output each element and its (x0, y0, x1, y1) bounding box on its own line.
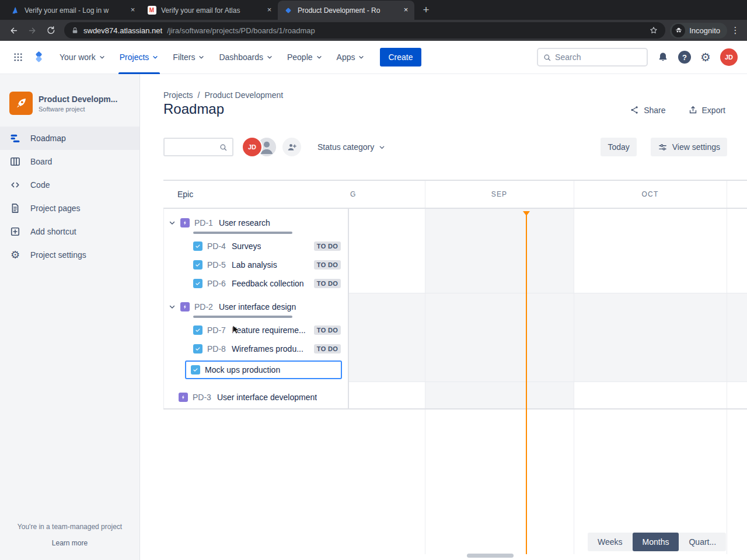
new-tab-button[interactable]: + (418, 2, 434, 18)
chevron-down-icon (152, 54, 159, 61)
roadmap-search[interactable] (163, 138, 233, 156)
issue-row-pd-6[interactable]: PD-6 Feedback collection TO DO (164, 274, 348, 293)
bookmark-star-icon[interactable] (649, 26, 658, 35)
new-issue-input-box[interactable] (185, 360, 342, 379)
breadcrumb-project-link[interactable]: Product Development (204, 90, 283, 100)
epic-row-pd-3[interactable]: PD-3 User interface development (164, 384, 348, 411)
nav-label: Projects (120, 52, 149, 62)
url-domain: swdev874.atlassian.net (83, 26, 162, 35)
today-marker-line (526, 211, 527, 554)
status-category-dropdown[interactable]: Status category (314, 138, 389, 156)
epic-icon (180, 218, 190, 228)
breadcrumb-separator: / (198, 90, 200, 100)
issue-key: PD-3 (193, 393, 211, 402)
add-people-button[interactable] (282, 138, 301, 156)
nav-your-work[interactable]: Your work (53, 41, 113, 74)
roadmap-timeline: Epic G SEP OCT PD-1 User research (163, 180, 747, 554)
sidebar-item-label: Project pages (30, 204, 81, 213)
refresh-icon[interactable] (42, 22, 60, 39)
sidebar-item-project-settings[interactable]: ⚙ Project settings (0, 243, 139, 267)
today-button[interactable]: Today (601, 138, 636, 156)
issue-row-pd-8[interactable]: PD-8 Wireframes produ... TO DO (164, 340, 348, 358)
global-search-input[interactable] (555, 52, 642, 62)
share-button[interactable]: Share (630, 105, 665, 115)
issue-key: PD-2 (194, 302, 213, 312)
timeline-gridline (425, 181, 425, 554)
jira-logo[interactable] (32, 50, 47, 65)
global-search[interactable] (537, 48, 648, 66)
back-icon[interactable] (5, 22, 22, 39)
forward-icon[interactable] (23, 22, 41, 39)
horizontal-scrollbar-thumb[interactable] (467, 554, 514, 558)
mouse-cursor (231, 325, 240, 334)
address-bar[interactable]: swdev874.atlassian.net/jira/software/pro… (64, 22, 665, 38)
sidebar-item-label: Roadmap (30, 134, 66, 143)
issue-row-pd-5[interactable]: PD-5 Lab analysis TO DO (164, 256, 348, 274)
tab-title: Verify your email - Log in w (25, 6, 123, 15)
month-label-aug: G (350, 181, 364, 208)
gmail-favicon-icon: M (147, 6, 156, 15)
sidebar-item-label: Board (30, 157, 52, 166)
issue-summary: User interface development (217, 393, 317, 402)
browser-toolbar: swdev874.atlassian.net/jira/software/pro… (0, 20, 747, 41)
tab-close-icon[interactable]: × (401, 5, 411, 15)
chevron-down-icon (316, 54, 323, 61)
sidebar-item-roadmap[interactable]: Roadmap (0, 127, 139, 150)
sidebar-item-board[interactable]: Board (0, 150, 139, 173)
collapse-chevron-icon[interactable] (167, 302, 177, 312)
sidebar-item-add-shortcut[interactable]: Add shortcut (0, 220, 139, 243)
notifications-bell-icon[interactable] (657, 51, 669, 63)
create-button[interactable]: Create (380, 48, 421, 66)
browser-tab-1[interactable]: Verify your email - Log in w × (5, 1, 141, 20)
tab-close-icon[interactable]: × (264, 5, 274, 15)
nav-projects[interactable]: Projects (113, 41, 166, 74)
today-label: Today (608, 142, 629, 152)
project-type: Software project (39, 106, 117, 113)
user-avatar[interactable]: JD (720, 48, 738, 66)
browser-tab-2[interactable]: M Verify your email for Atlas × (141, 1, 278, 20)
status-badge: TO DO (314, 344, 341, 354)
lock-icon (71, 27, 79, 34)
month-label-oct: OCT (574, 181, 727, 208)
learn-more-link[interactable]: Learn more (0, 539, 139, 547)
share-label: Share (644, 106, 665, 115)
view-settings-button[interactable]: View settings (651, 138, 727, 156)
zoom-weeks-button[interactable]: Weeks (588, 533, 633, 551)
tab-close-icon[interactable]: × (128, 5, 138, 15)
browser-tab-active[interactable]: Product Development - Ro × (278, 1, 414, 20)
sliders-icon (658, 142, 668, 152)
issue-row-pd-7[interactable]: PD-7 Feature requireme... TO DO (164, 321, 348, 340)
help-icon[interactable]: ? (678, 51, 691, 64)
zoom-months-button[interactable]: Months (633, 533, 679, 551)
issue-summary: Feedback collection (232, 279, 304, 288)
epic-row-pd-1[interactable]: PD-1 User research (164, 209, 348, 237)
export-button[interactable]: Export (688, 105, 725, 115)
epic-row-pd-2[interactable]: PD-2 User interface design (164, 293, 348, 321)
issue-row-pd-4[interactable]: PD-4 Surveys TO DO (164, 237, 348, 256)
zoom-quarters-button[interactable]: Quart... (679, 533, 726, 551)
roadmap-page: Projects / Product Development Roadmap S… (140, 74, 747, 560)
issue-summary: Surveys (232, 242, 261, 251)
nav-dashboards[interactable]: Dashboards (212, 41, 280, 74)
issue-summary: Feature requireme... (232, 326, 306, 335)
nav-apps[interactable]: Apps (330, 41, 372, 74)
status-badge: TO DO (314, 242, 341, 251)
new-issue-input[interactable] (205, 365, 336, 374)
browser-menu-icon[interactable]: ⋮ (728, 25, 742, 36)
task-type-icon (193, 260, 203, 270)
roadmap-search-input[interactable] (169, 142, 219, 152)
issue-key: PD-4 (207, 242, 226, 251)
incognito-badge: Incognito (670, 23, 727, 38)
settings-gear-icon[interactable]: ⚙ (700, 51, 711, 63)
breadcrumb-projects-link[interactable]: Projects (163, 90, 193, 100)
nav-filters[interactable]: Filters (166, 41, 212, 74)
avatar-filter-jd[interactable]: JD (243, 138, 261, 156)
epic-progress-bar (193, 232, 292, 234)
epic-progress-bar (193, 316, 292, 318)
sidebar-item-code[interactable]: Code (0, 173, 139, 197)
nav-people[interactable]: People (280, 41, 330, 74)
app-switcher-icon[interactable] (11, 50, 26, 65)
collapse-chevron-icon[interactable] (167, 218, 177, 228)
sidebar-item-project-pages[interactable]: Project pages (0, 197, 139, 220)
sidebar-item-label: Project settings (30, 250, 86, 260)
